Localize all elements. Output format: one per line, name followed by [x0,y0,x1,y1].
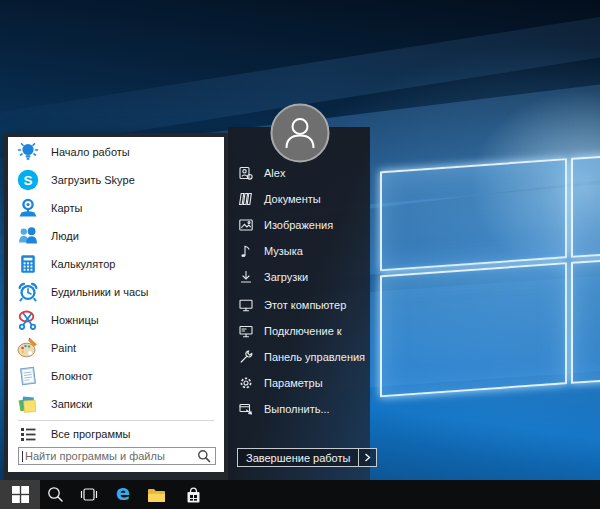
windows-logo-window [370,121,600,422]
start-menu-right-panel: Alex Документы Изображения Музыка [228,127,370,480]
menu-item-label: Блокнот [51,370,93,382]
snipping-tool-icon [17,309,39,331]
user-avatar[interactable] [270,103,330,163]
menu-item-documents[interactable]: Документы [228,186,370,212]
shutdown-button[interactable]: Завершение работы [237,448,377,467]
calculator-icon [17,253,39,275]
maps-icon [17,197,39,219]
menu-item-label: Подключение к [264,325,342,337]
menu-item-this-pc[interactable]: Этот компьютер [228,292,370,318]
getting-started-icon [17,141,39,163]
menu-item-snipping-tool[interactable]: Ножницы [8,306,224,334]
connect-to-icon [238,323,254,339]
menu-item-label: Панель управления [264,351,365,363]
run-icon [238,401,254,417]
alarms-clock-icon [17,281,39,303]
menu-item-label: Начало работы [51,146,130,158]
all-programs-label: Все программы [51,428,130,440]
menu-item-user-alex[interactable]: Alex [228,160,370,186]
documents-icon [238,191,254,207]
menu-item-label: Записки [51,398,92,410]
taskbar-search-icon [47,486,64,503]
menu-item-label: Alex [264,167,285,179]
menu-item-label: Документы [264,193,321,205]
search-icon[interactable] [197,449,211,463]
edge-button[interactable]: e [108,480,138,509]
pictures-icon [238,217,254,233]
shutdown-label: Завершение работы [238,449,358,466]
start-button[interactable] [0,480,40,509]
menu-item-label: Загрузить Skype [51,174,135,186]
task-view-button[interactable] [74,480,104,509]
menu-item-label: Карты [51,202,82,214]
menu-item-label: Будильники и часы [51,286,149,298]
user-contact-icon [238,165,254,181]
start-menu-left-panel: Начало работы S Загрузить Skype Карты Лю… [4,133,228,480]
menu-item-pictures[interactable]: Изображения [228,212,370,238]
menu-item-label: Калькулятор [51,258,115,270]
menu-item-connect-to[interactable]: Подключение к [228,318,370,344]
store-icon [185,486,202,504]
menu-item-settings[interactable]: Параметры [228,370,370,396]
sticky-notes-icon [17,393,39,415]
notepad-icon [17,365,39,387]
window-logo-glow [470,90,600,280]
downloads-icon [238,269,254,285]
file-explorer-button[interactable] [141,480,171,509]
file-explorer-icon [147,487,166,503]
menu-item-sticky-notes[interactable]: Записки [8,390,224,418]
svg-text:S: S [23,173,32,188]
task-view-icon [80,487,98,502]
settings-gear-icon [238,375,254,391]
taskbar-search-button[interactable] [40,480,70,509]
start-windows-icon [12,486,29,503]
edge-icon: e [116,483,130,504]
menu-item-paint[interactable]: Paint [8,334,224,362]
skype-icon: S [17,169,39,191]
menu-item-label: Изображения [264,219,333,231]
store-button[interactable] [178,480,208,509]
user-avatar-icon [270,103,330,163]
computer-icon [238,297,254,313]
menu-item-run[interactable]: Выполнить... [228,396,370,422]
menu-item-label: Музыка [264,245,303,257]
menu-item-notepad[interactable]: Блокнот [8,362,224,390]
search-box [18,447,216,465]
all-programs-icon [17,423,39,445]
search-input[interactable] [24,450,197,462]
all-programs-button[interactable]: Все программы [8,422,224,446]
menu-item-skype[interactable]: S Загрузить Skype [8,166,224,194]
menu-item-downloads[interactable]: Загрузки [228,264,370,290]
menu-item-label: Параметры [264,377,323,389]
menu-separator [18,420,214,421]
control-panel-icon [238,349,254,365]
paint-icon [17,337,39,359]
menu-item-label: Ножницы [51,314,99,326]
menu-item-people[interactable]: Люди [8,222,224,250]
menu-item-label: Загрузки [264,271,308,283]
menu-item-label: Люди [51,230,79,242]
menu-item-getting-started[interactable]: Начало работы [8,138,224,166]
text-caret [22,451,23,462]
menu-item-alarms[interactable]: Будильники и часы [8,278,224,306]
desktop: Начало работы S Загрузить Skype Карты Лю… [0,0,600,509]
music-icon [238,243,254,259]
taskbar: e [0,480,600,509]
chevron-right-icon[interactable] [358,449,376,466]
menu-item-calculator[interactable]: Калькулятор [8,250,224,278]
menu-item-maps[interactable]: Карты [8,194,224,222]
menu-item-label: Выполнить... [264,403,330,415]
menu-item-music[interactable]: Музыка [228,238,370,264]
user-folders-list: Alex Документы Изображения Музыка [228,160,370,422]
people-icon [17,225,39,247]
menu-item-label: Paint [51,342,76,354]
menu-item-label: Этот компьютер [264,299,346,311]
menu-item-control-panel[interactable]: Панель управления [228,344,370,370]
pinned-programs-panel: Начало работы S Загрузить Skype Карты Лю… [8,137,224,472]
